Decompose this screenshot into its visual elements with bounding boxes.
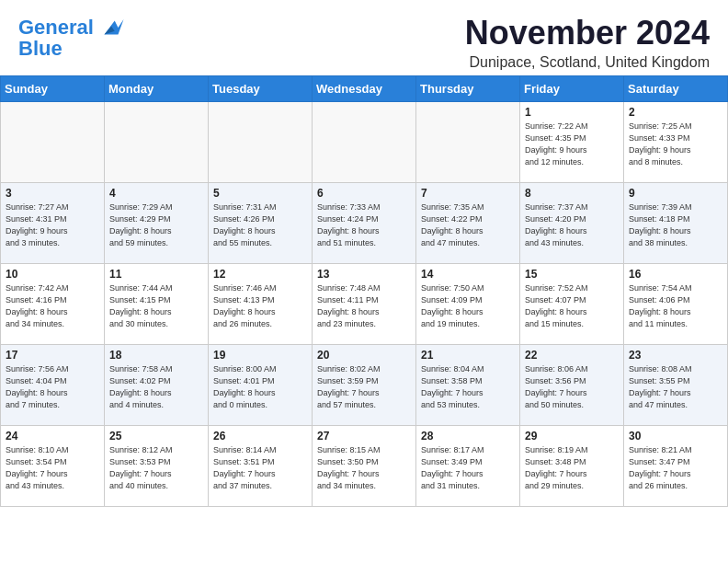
day-number: 16 (629, 268, 722, 281)
day-number: 28 (421, 430, 515, 442)
day-number: 15 (525, 268, 619, 281)
day-number: 17 (6, 349, 99, 362)
logo: General Blue (18, 14, 125, 60)
calendar-cell: 30Sunrise: 8:21 AM Sunset: 3:47 PM Dayli… (624, 426, 728, 507)
day-info: Sunrise: 8:15 AM Sunset: 3:50 PM Dayligh… (317, 444, 411, 492)
day-info: Sunrise: 8:17 AM Sunset: 3:49 PM Dayligh… (421, 444, 515, 492)
calendar-cell: 18Sunrise: 7:58 AM Sunset: 4:02 PM Dayli… (105, 345, 209, 426)
day-number: 4 (109, 187, 203, 200)
logo-text: General (18, 17, 94, 39)
day-number: 19 (213, 349, 307, 362)
day-number: 3 (6, 187, 99, 200)
title-block: November 2024 Dunipace, Scotland, United… (465, 14, 710, 71)
weekday-header-wednesday: Wednesday (313, 76, 416, 102)
day-number: 30 (629, 430, 722, 442)
calendar-cell: 25Sunrise: 8:12 AM Sunset: 3:53 PM Dayli… (105, 426, 209, 507)
calendar-cell: 16Sunrise: 7:54 AM Sunset: 4:06 PM Dayli… (624, 264, 728, 345)
day-number: 26 (213, 430, 307, 442)
day-number: 18 (109, 349, 203, 362)
day-info: Sunrise: 8:02 AM Sunset: 3:59 PM Dayligh… (317, 363, 411, 411)
calendar-cell: 1Sunrise: 7:22 AM Sunset: 4:35 PM Daylig… (520, 102, 624, 183)
day-info: Sunrise: 7:52 AM Sunset: 4:07 PM Dayligh… (525, 282, 619, 330)
calendar-cell: 23Sunrise: 8:08 AM Sunset: 3:55 PM Dayli… (624, 345, 728, 426)
day-info: Sunrise: 7:35 AM Sunset: 4:22 PM Dayligh… (421, 201, 515, 249)
day-number: 2 (629, 106, 722, 119)
calendar-cell: 21Sunrise: 8:04 AM Sunset: 3:58 PM Dayli… (416, 345, 520, 426)
day-number: 20 (317, 349, 411, 362)
day-number: 22 (525, 349, 619, 362)
day-number: 25 (109, 430, 203, 442)
calendar-cell: 13Sunrise: 7:48 AM Sunset: 4:11 PM Dayli… (313, 264, 416, 345)
day-info: Sunrise: 7:31 AM Sunset: 4:26 PM Dayligh… (213, 201, 307, 249)
calendar-week-2: 3Sunrise: 7:27 AM Sunset: 4:31 PM Daylig… (1, 183, 728, 264)
day-number: 13 (317, 268, 411, 281)
day-info: Sunrise: 7:56 AM Sunset: 4:04 PM Dayligh… (6, 363, 99, 411)
calendar-cell: 14Sunrise: 7:50 AM Sunset: 4:09 PM Dayli… (416, 264, 520, 345)
day-info: Sunrise: 8:10 AM Sunset: 3:54 PM Dayligh… (6, 444, 99, 492)
calendar-cell (105, 102, 209, 183)
calendar-table: SundayMondayTuesdayWednesdayThursdayFrid… (0, 75, 728, 507)
calendar-cell: 7Sunrise: 7:35 AM Sunset: 4:22 PM Daylig… (416, 183, 520, 264)
calendar-cell: 6Sunrise: 7:33 AM Sunset: 4:24 PM Daylig… (313, 183, 416, 264)
calendar-cell: 17Sunrise: 7:56 AM Sunset: 4:04 PM Dayli… (1, 345, 105, 426)
day-info: Sunrise: 7:27 AM Sunset: 4:31 PM Dayligh… (6, 201, 99, 249)
calendar-cell (209, 102, 313, 183)
weekday-header-saturday: Saturday (624, 76, 728, 102)
day-info: Sunrise: 8:06 AM Sunset: 3:56 PM Dayligh… (525, 363, 619, 411)
calendar-cell: 3Sunrise: 7:27 AM Sunset: 4:31 PM Daylig… (1, 183, 105, 264)
calendar-cell: 15Sunrise: 7:52 AM Sunset: 4:07 PM Dayli… (520, 264, 624, 345)
day-info: Sunrise: 8:12 AM Sunset: 3:53 PM Dayligh… (109, 444, 203, 492)
day-info: Sunrise: 7:25 AM Sunset: 4:33 PM Dayligh… (629, 121, 722, 168)
calendar-cell: 4Sunrise: 7:29 AM Sunset: 4:29 PM Daylig… (105, 183, 209, 264)
calendar-cell (1, 102, 105, 183)
day-number: 10 (6, 268, 99, 281)
calendar-cell: 20Sunrise: 8:02 AM Sunset: 3:59 PM Dayli… (313, 345, 416, 426)
day-number: 12 (213, 268, 307, 281)
calendar-cell (313, 102, 416, 183)
day-info: Sunrise: 7:33 AM Sunset: 4:24 PM Dayligh… (317, 201, 411, 249)
day-info: Sunrise: 8:08 AM Sunset: 3:55 PM Dayligh… (629, 363, 722, 411)
calendar-cell: 2Sunrise: 7:25 AM Sunset: 4:33 PM Daylig… (624, 102, 728, 183)
day-number: 27 (317, 430, 411, 442)
weekday-header-row: SundayMondayTuesdayWednesdayThursdayFrid… (1, 76, 728, 102)
day-number: 23 (629, 349, 722, 362)
day-number: 21 (421, 349, 515, 362)
day-number: 29 (525, 430, 619, 442)
weekday-header-sunday: Sunday (1, 76, 105, 102)
day-number: 24 (6, 430, 99, 442)
logo-bird-icon (97, 14, 125, 41)
day-info: Sunrise: 8:14 AM Sunset: 3:51 PM Dayligh… (213, 444, 307, 492)
day-number: 6 (317, 187, 411, 200)
month-title: November 2024 (465, 14, 710, 52)
day-number: 14 (421, 268, 515, 281)
calendar-week-4: 17Sunrise: 7:56 AM Sunset: 4:04 PM Dayli… (1, 345, 728, 426)
calendar-cell: 29Sunrise: 8:19 AM Sunset: 3:48 PM Dayli… (520, 426, 624, 507)
day-info: Sunrise: 7:42 AM Sunset: 4:16 PM Dayligh… (6, 282, 99, 330)
day-number: 9 (629, 187, 722, 200)
location: Dunipace, Scotland, United Kingdom (465, 54, 710, 71)
calendar-week-5: 24Sunrise: 8:10 AM Sunset: 3:54 PM Dayli… (1, 426, 728, 507)
day-info: Sunrise: 8:21 AM Sunset: 3:47 PM Dayligh… (629, 444, 722, 492)
day-number: 8 (525, 187, 619, 200)
calendar-cell: 12Sunrise: 7:46 AM Sunset: 4:13 PM Dayli… (209, 264, 313, 345)
calendar-cell: 5Sunrise: 7:31 AM Sunset: 4:26 PM Daylig… (209, 183, 313, 264)
calendar-cell: 26Sunrise: 8:14 AM Sunset: 3:51 PM Dayli… (209, 426, 313, 507)
day-info: Sunrise: 7:58 AM Sunset: 4:02 PM Dayligh… (109, 363, 203, 411)
day-info: Sunrise: 8:00 AM Sunset: 4:01 PM Dayligh… (213, 363, 307, 411)
calendar-cell: 8Sunrise: 7:37 AM Sunset: 4:20 PM Daylig… (520, 183, 624, 264)
day-info: Sunrise: 7:50 AM Sunset: 4:09 PM Dayligh… (421, 282, 515, 330)
calendar-week-3: 10Sunrise: 7:42 AM Sunset: 4:16 PM Dayli… (1, 264, 728, 345)
day-number: 5 (213, 187, 307, 200)
calendar-week-1: 1Sunrise: 7:22 AM Sunset: 4:35 PM Daylig… (1, 102, 728, 183)
calendar-cell: 9Sunrise: 7:39 AM Sunset: 4:18 PM Daylig… (624, 183, 728, 264)
calendar-cell: 11Sunrise: 7:44 AM Sunset: 4:15 PM Dayli… (105, 264, 209, 345)
weekday-header-friday: Friday (520, 76, 624, 102)
day-info: Sunrise: 7:29 AM Sunset: 4:29 PM Dayligh… (109, 201, 203, 249)
calendar-cell: 19Sunrise: 8:00 AM Sunset: 4:01 PM Dayli… (209, 345, 313, 426)
day-info: Sunrise: 7:54 AM Sunset: 4:06 PM Dayligh… (629, 282, 722, 330)
calendar-cell: 24Sunrise: 8:10 AM Sunset: 3:54 PM Dayli… (1, 426, 105, 507)
header: General Blue November 2024 Dunipace, Sco… (0, 0, 728, 75)
calendar-cell: 27Sunrise: 8:15 AM Sunset: 3:50 PM Dayli… (313, 426, 416, 507)
day-info: Sunrise: 8:19 AM Sunset: 3:48 PM Dayligh… (525, 444, 619, 492)
day-info: Sunrise: 7:37 AM Sunset: 4:20 PM Dayligh… (525, 201, 619, 249)
